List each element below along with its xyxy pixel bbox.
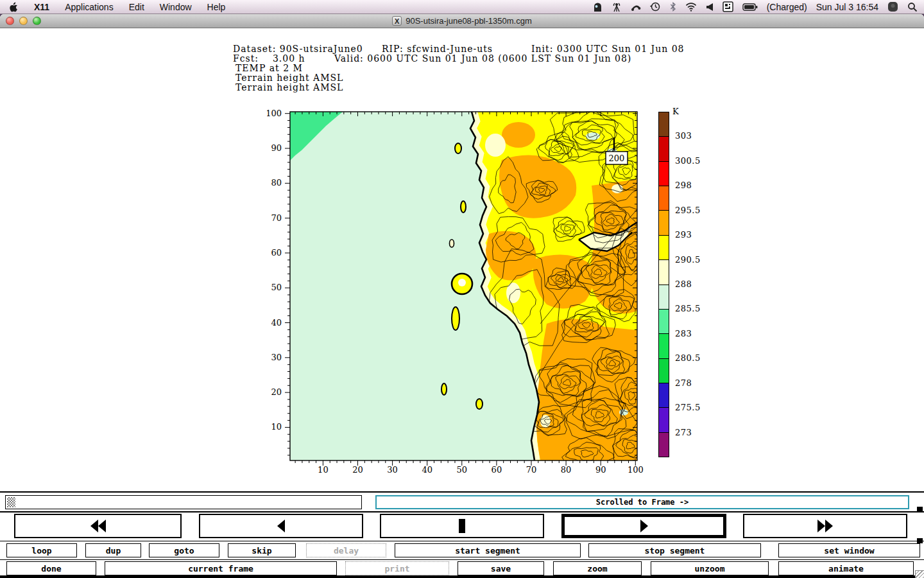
status-text: Scrolled to Frame -> — [596, 498, 689, 507]
colorbar-tick-label: 290.5 — [675, 255, 701, 265]
wifi-icon[interactable] — [685, 3, 697, 12]
time-machine-icon[interactable] — [650, 1, 661, 12]
user-switcher-icon[interactable] — [887, 1, 898, 12]
colorbar-segment — [659, 186, 669, 210]
zoom-window-button[interactable] — [33, 17, 41, 25]
divider — [0, 511, 924, 512]
menu-help[interactable]: Help — [207, 2, 226, 12]
status-box: Scrolled to Frame -> — [375, 495, 909, 509]
colorbar-segment — [659, 407, 669, 432]
y-tick-label: 100 — [267, 109, 282, 118]
colorbar-segment — [659, 235, 669, 259]
battery-icon[interactable] — [742, 3, 758, 11]
loop-button[interactable]: loop — [6, 543, 77, 557]
bluetooth-icon[interactable] — [670, 2, 676, 12]
colorbar-tick-label: 298 — [675, 180, 692, 190]
window-title: 90S-utsira-june08-pbl-1350m.cgm — [406, 16, 532, 26]
header-fcst: Fcst: 3.00 h — [233, 54, 305, 64]
done-button[interactable]: done — [6, 561, 96, 575]
frame-scrollbar[interactable] — [5, 495, 362, 509]
colorbar-tick-label: 303 — [675, 131, 692, 141]
colorbar-segment — [659, 309, 669, 333]
colorbar-tick-label: 300.5 — [675, 156, 701, 166]
colorbar-segment — [659, 383, 669, 407]
idt-control-panel: Scrolled to Frame -> loop dup goto skip … — [0, 491, 924, 578]
volume-icon[interactable] — [706, 3, 714, 12]
step-back-icon — [268, 517, 294, 535]
contour-label-text: 200 — [609, 153, 625, 163]
battery-status-label: (Charged) — [767, 2, 807, 12]
stop-button[interactable] — [380, 514, 544, 538]
goto-button[interactable]: goto — [149, 543, 219, 557]
menu-bar-clock[interactable]: Sun Jul 3 16:54 — [816, 2, 878, 12]
contour-label-box: 200 — [606, 152, 628, 164]
colorbar — [658, 112, 669, 457]
y-tick-label: 20 — [271, 387, 282, 397]
window-title-bar[interactable]: X 90S-utsira-june08-pbl-1350m.cgm — [0, 14, 924, 28]
rewind-button[interactable] — [14, 514, 182, 538]
colorbar-segment — [659, 112, 669, 136]
header-dataset: Dataset: 90S-utsiraJune0 — [233, 44, 363, 54]
close-button[interactable] — [6, 17, 14, 25]
print-button: print — [345, 561, 449, 575]
frame-scrollbar-thumb[interactable] — [7, 497, 15, 507]
unzoom-button[interactable]: unzoom — [651, 561, 769, 575]
header-valid: Valid: 0600 UTC Sun 01 Jun 08 (0600 LST … — [334, 54, 631, 64]
current-frame-button[interactable]: current frame — [105, 561, 337, 575]
x11-window-icon: X — [392, 16, 402, 26]
colorbar-tick-label: 283 — [675, 329, 692, 338]
x11-window: X 90S-utsira-june08-pbl-1350m.cgm Datase… — [0, 14, 924, 578]
app-status-icon[interactable] — [593, 2, 603, 12]
y-tick-label: 70 — [271, 213, 282, 223]
spotlight-icon[interactable] — [907, 2, 918, 12]
resize-grip[interactable] — [915, 570, 924, 578]
skip-button[interactable]: skip — [228, 543, 296, 557]
zoom-button[interactable]: zoom — [553, 561, 642, 575]
menu-bar: X11 Applications Edit Window Help — [0, 0, 924, 14]
stop-icon — [449, 517, 475, 535]
fast-forward-icon — [812, 517, 838, 535]
input-menu-icon[interactable] — [723, 1, 733, 12]
colorbar-tick-label: 278 — [675, 378, 692, 388]
apple-menu-icon[interactable] — [9, 2, 19, 12]
animate-button[interactable]: animate — [778, 561, 914, 575]
stop-segment-button[interactable]: stop segment — [588, 543, 761, 557]
rewind-icon — [85, 517, 111, 535]
y-tick-label: 30 — [271, 353, 282, 362]
colorbar-segment — [659, 358, 669, 383]
colorbar-segment — [659, 285, 669, 309]
start-segment-button[interactable]: start segment — [395, 543, 581, 557]
colorbar-tick-label: 293 — [675, 230, 692, 240]
fast-forward-button[interactable] — [743, 514, 907, 538]
dup-button[interactable]: dup — [85, 543, 141, 557]
menu-edit[interactable]: Edit — [129, 2, 144, 12]
y-tick-label: 60 — [271, 248, 282, 258]
colorbar-segment — [659, 432, 669, 457]
y-tick-label: 90 — [271, 143, 282, 153]
colorbar-segment — [659, 161, 669, 186]
menu-x11[interactable]: X11 — [34, 2, 49, 12]
header-init: Init: 0300 UTC Sun 01 Jun 08 — [531, 44, 684, 54]
antenna-icon[interactable] — [612, 2, 622, 12]
play-button[interactable] — [561, 514, 726, 538]
save-button[interactable]: save — [458, 561, 544, 575]
minimize-button[interactable] — [19, 17, 28, 25]
divider — [0, 559, 924, 560]
map-canvas[interactable]: 200 102030405060708090100102030405060708… — [267, 104, 665, 489]
menu-applications[interactable]: Applications — [65, 2, 114, 12]
menu-window[interactable]: Window — [160, 2, 192, 12]
colorbar-tick-label: 295.5 — [675, 206, 701, 215]
step-back-button[interactable] — [199, 514, 363, 538]
header-field1: TEMP at 2 M — [235, 64, 303, 73]
divider — [0, 541, 924, 541]
header-field3: Terrain height AMSL — [235, 83, 343, 92]
play-icon — [631, 517, 657, 535]
colorbar-tick-label: 280.5 — [675, 353, 701, 363]
y-tick-label: 10 — [271, 422, 282, 432]
colorbar-segment — [659, 259, 669, 284]
modem-phone-icon[interactable] — [631, 2, 641, 12]
colorbar-segment — [659, 136, 669, 161]
y-tick-label: 50 — [271, 283, 282, 292]
colorbar-tick-label: 275.5 — [675, 403, 701, 412]
set-window-button[interactable]: set window — [778, 543, 920, 557]
